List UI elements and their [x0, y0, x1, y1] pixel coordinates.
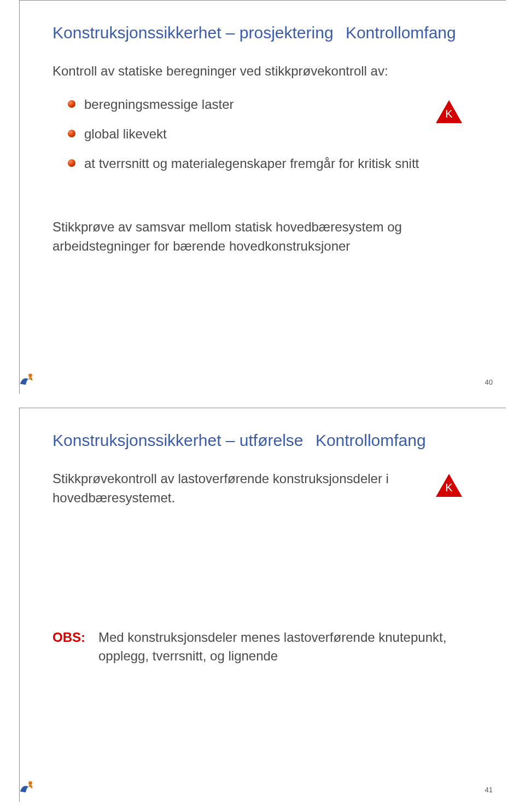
slide1-title-part1: Konstruksjonssikkerhet – prosjektering — [52, 24, 334, 42]
list-item: at tverrsnitt og materialegenskaper frem… — [68, 155, 419, 172]
slide2-title: Konstruksjonssikkerhet – utførelse Kontr… — [52, 431, 479, 450]
list-item: beregningsmessige laster — [68, 96, 419, 113]
obs-text: Med konstruksjonsdeler menes lastoverfør… — [98, 628, 479, 666]
slide2-title-part1: Konstruksjonssikkerhet – utførelse — [52, 431, 304, 449]
bullet-icon — [68, 130, 75, 137]
slide1-paragraph: Stikkprøve av samsvar mellom statisk hov… — [52, 218, 479, 256]
list-item: global likevekt — [68, 125, 419, 143]
bullet-icon — [68, 159, 75, 167]
logo-icon — [16, 778, 35, 796]
slide2-title-part2: Kontrollomfang — [316, 431, 426, 449]
obs-block: OBS: Med konstruksjonsdeler menes lastov… — [52, 628, 479, 666]
svg-point-0 — [28, 374, 32, 378]
slide1-title: Konstruksjonssikkerhet – prosjektering K… — [52, 24, 479, 42]
warning-triangle-icon: K — [436, 100, 462, 123]
bullet-text: global likevekt — [84, 125, 419, 143]
warning-triangle-icon: K — [436, 474, 462, 497]
bullet-text: at tverrsnitt og materialegenskaper frem… — [84, 155, 419, 172]
slide-1: Konstruksjonssikkerhet – prosjektering K… — [19, 0, 506, 394]
slide2-body-row: Stikkprøvekontroll av lastoverførende ko… — [52, 469, 479, 508]
triangle-letter: K — [436, 108, 462, 120]
slide1-page-number: 40 — [485, 378, 493, 386]
triangle-letter: K — [436, 482, 462, 494]
slide1-bullets-row: beregningsmessige laster global likevekt… — [52, 96, 479, 190]
bullet-text: beregningsmessige laster — [84, 96, 419, 113]
svg-point-1 — [28, 781, 32, 785]
slide1-subtitle: Kontroll av statiske beregninger ved sti… — [52, 62, 479, 80]
bullet-icon — [68, 100, 75, 108]
slide-2: Konstruksjonssikkerhet – utførelse Kontr… — [19, 408, 506, 802]
slide2-body-text: Stikkprøvekontroll av lastoverførende ko… — [52, 469, 425, 508]
slide1-bullets: beregningsmessige laster global likevekt… — [68, 96, 419, 185]
logo-icon — [16, 370, 35, 388]
obs-label: OBS: — [52, 628, 85, 647]
slide2-page-number: 41 — [485, 786, 493, 794]
slide1-title-part2: Kontrollomfang — [346, 24, 456, 42]
